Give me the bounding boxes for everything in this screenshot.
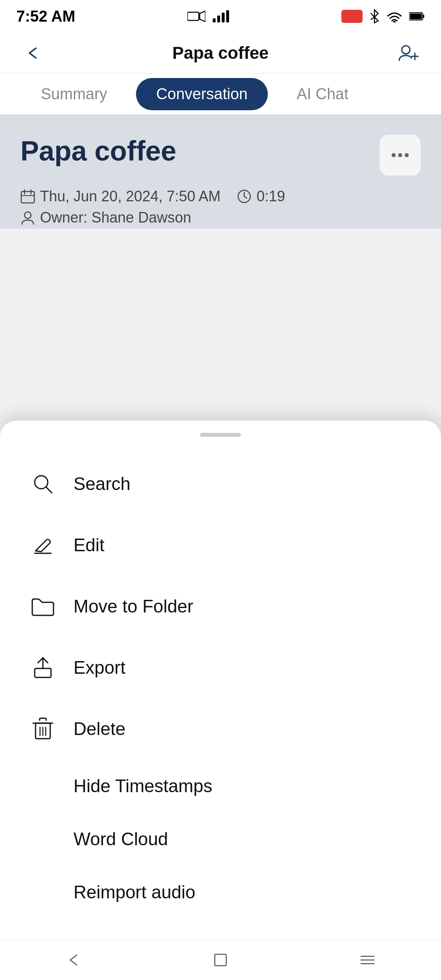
- export-icon: [29, 653, 57, 682]
- tab-conversation[interactable]: Conversation: [136, 78, 268, 110]
- recording-meta: Thu, Jun 20, 2024, 7:50 AM 0:19: [20, 188, 421, 205]
- search-label: Search: [74, 474, 130, 494]
- top-nav: Papa coffee: [0, 33, 441, 74]
- menu-item-export[interactable]: Export: [0, 637, 441, 698]
- folder-icon: [29, 592, 57, 621]
- svg-line-25: [46, 487, 52, 493]
- recording-duration: 0:19: [237, 188, 285, 205]
- more-options-button[interactable]: [380, 135, 421, 176]
- menu-item-edit[interactable]: Edit: [0, 514, 441, 576]
- status-icons: [187, 10, 229, 22]
- svg-rect-9: [410, 13, 422, 19]
- svg-rect-16: [21, 192, 34, 203]
- owner-icon: [20, 210, 35, 225]
- bluetooth-icon: [369, 9, 380, 24]
- svg-marker-1: [200, 11, 205, 22]
- trash-icon: [29, 715, 57, 743]
- menu-item-move-to-folder[interactable]: Move to Folder: [0, 576, 441, 637]
- android-menu-button[interactable]: [353, 946, 382, 974]
- delete-label: Delete: [74, 719, 125, 739]
- svg-rect-0: [187, 12, 199, 20]
- search-icon: [29, 470, 57, 498]
- svg-point-15: [405, 153, 409, 157]
- clock-icon: [237, 189, 252, 204]
- move-to-folder-label: Move to Folder: [74, 596, 193, 617]
- battery-icon: [341, 10, 363, 23]
- recording-date: Thu, Jun 20, 2024, 7:50 AM: [20, 188, 220, 205]
- signal-icon: [213, 10, 229, 22]
- reimport-audio-label: Reimport audio: [74, 882, 195, 902]
- owner-text: Owner: Shane Dawson: [40, 209, 191, 226]
- battery-status-icon: [409, 12, 425, 21]
- calendar-icon: [20, 189, 35, 204]
- svg-point-13: [392, 153, 396, 157]
- svg-rect-8: [423, 15, 424, 18]
- recording-header: Papa coffee: [20, 135, 421, 176]
- recording-title: Papa coffee: [20, 135, 176, 167]
- menu-item-delete[interactable]: Delete: [0, 698, 441, 760]
- add-person-button[interactable]: [396, 41, 421, 65]
- android-nav-bar: [0, 939, 441, 980]
- export-label: Export: [74, 657, 125, 678]
- menu-item-search[interactable]: Search: [0, 453, 441, 514]
- nav-title: Papa coffee: [172, 43, 269, 63]
- svg-point-23: [24, 212, 31, 218]
- svg-rect-2: [213, 18, 216, 22]
- svg-line-22: [244, 196, 247, 198]
- back-button[interactable]: [20, 41, 45, 65]
- word-cloud-label: Word Cloud: [74, 829, 168, 849]
- hide-timestamps-label: Hide Timestamps: [74, 776, 212, 796]
- edit-icon: [29, 531, 57, 559]
- status-bar: 7:52 AM: [0, 0, 441, 33]
- svg-rect-36: [215, 954, 226, 966]
- tab-summary[interactable]: Summary: [20, 78, 128, 110]
- owner-line: Owner: Shane Dawson: [20, 209, 421, 226]
- android-back-button[interactable]: [59, 946, 88, 974]
- edit-label: Edit: [74, 535, 105, 555]
- video-icon: [187, 10, 205, 22]
- tab-ai-chat[interactable]: AI Chat: [276, 78, 369, 110]
- status-time: 7:52 AM: [16, 8, 75, 25]
- svg-point-10: [402, 46, 410, 54]
- svg-point-14: [398, 153, 402, 157]
- svg-rect-3: [217, 16, 220, 22]
- menu-item-hide-timestamps[interactable]: Hide Timestamps: [0, 760, 441, 813]
- date-text: Thu, Jun 20, 2024, 7:50 AM: [40, 188, 220, 205]
- bottom-sheet: Search Edit Move to Folder Expor: [0, 421, 441, 980]
- duration-text: 0:19: [256, 188, 285, 205]
- android-home-button[interactable]: [206, 946, 235, 974]
- tab-bar: Summary Conversation AI Chat: [0, 74, 441, 114]
- svg-point-6: [393, 21, 396, 22]
- svg-rect-27: [35, 668, 51, 677]
- wifi-icon: [386, 10, 403, 22]
- status-right-icons: [341, 9, 425, 24]
- menu-item-reimport-audio[interactable]: Reimport audio: [0, 866, 441, 919]
- svg-rect-5: [226, 10, 229, 22]
- svg-rect-4: [222, 13, 225, 22]
- background-content: Papa coffee Thu, Jun 20, 2024, 7:50 AM: [0, 114, 441, 229]
- menu-item-word-cloud[interactable]: Word Cloud: [0, 813, 441, 866]
- sheet-handle: [200, 433, 241, 437]
